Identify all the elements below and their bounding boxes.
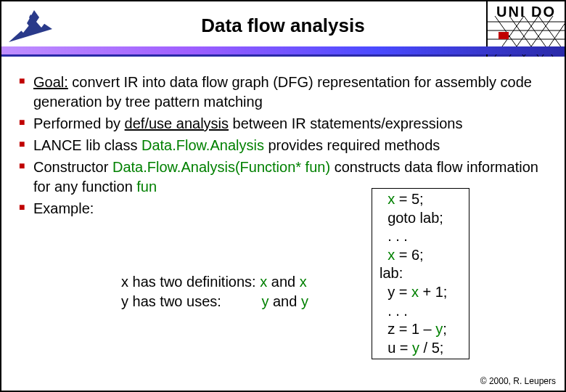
logo-right-text: UNI DO [488,4,565,20]
code-line-6: y = x + 1; [380,283,463,302]
code-line-8: z = 1 – y; [380,320,463,339]
bullet-example: Example: [19,199,554,219]
defs-line-1: x has two definitions: x and x [121,272,308,292]
content: Goal: convert IR into data flow graph (D… [1,57,565,219]
slide: Data flow analysis UNI DO [0,0,566,392]
defuse-label: def/use analysis [125,115,229,131]
slide-title: Data flow analysis [1,15,565,37]
goal-label: Goal: [33,74,68,90]
header: Data flow analysis UNI DO [1,1,565,57]
bullet-defuse: Performed by def/use analysis between IR… [19,114,554,134]
code-line-3: . . . [380,227,463,246]
bullet-list: Goal: convert IR into data flow graph (D… [19,73,554,219]
lower-region: x has two definitions: x and x y has two… [1,248,565,386]
code-line-9: u = y / 5; [380,339,463,358]
code-line-2: goto lab; [380,209,463,228]
code-line-1: x = 5; [380,190,463,209]
gradient-bar [1,46,565,54]
code-line-7: . . . [380,302,463,321]
code-box: x = 5; goto lab; . . . x = 6; lab: y = x… [372,188,469,359]
defs-line-2: y has two uses: y and y [121,292,308,311]
bullet-lanceclass: LANCE lib class Data.Flow.Analysis provi… [19,136,554,155]
definitions-text: x has two definitions: x and x y has two… [121,272,308,311]
code-line-5: lab: [380,264,463,283]
bullet-constructor: Constructor Data.Flow.Analysis(Function*… [19,158,554,197]
svg-rect-16 [499,32,509,39]
goal-text: convert IR into data flow graph (DFG) re… [33,74,532,110]
bullet-goal: Goal: convert IR into data flow graph (D… [19,73,554,112]
code-line-4: x = 6; [380,246,463,265]
class-name: Data.Flow.Analysis [142,137,264,153]
copyright: © 2000, R. Leupers [480,376,556,386]
fun-arg: fun [136,179,157,195]
constructor-sig: Data.Flow.Analysis(Function* fun) [112,159,330,175]
